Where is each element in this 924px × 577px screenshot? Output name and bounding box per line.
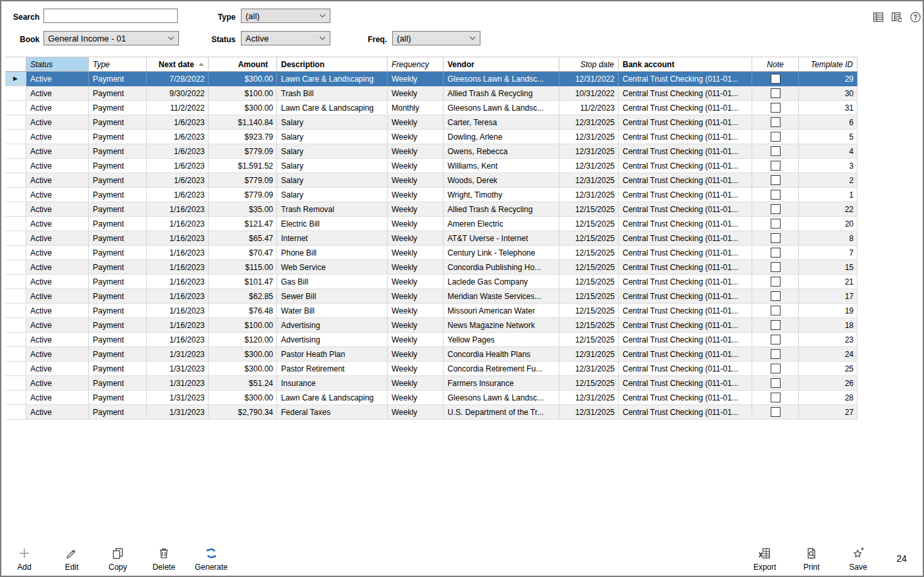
table-row[interactable]: ActivePayment1/31/2023$300.00Lawn Care &… [5, 391, 858, 405]
note-checkbox[interactable] [771, 407, 781, 417]
row-selector-cell[interactable] [5, 144, 26, 159]
note-checkbox[interactable] [771, 190, 781, 200]
note-checkbox[interactable] [771, 146, 781, 156]
row-selector-cell[interactable] [5, 86, 26, 101]
help-icon[interactable]: ? [910, 11, 921, 23]
note-checkbox[interactable] [771, 335, 781, 344]
column-header-frequency[interactable]: Frequency [388, 57, 444, 72]
note-checkbox[interactable] [771, 233, 781, 243]
column-header-note[interactable]: Note [752, 57, 799, 72]
row-selector-cell[interactable] [5, 130, 26, 144]
add-button[interactable]: Add [5, 545, 44, 572]
row-selector-cell[interactable] [5, 217, 26, 231]
status-select[interactable]: Active [241, 31, 330, 45]
type-select[interactable]: (all) [241, 9, 330, 23]
column-header-status[interactable]: Status [26, 57, 89, 72]
row-selector-cell[interactable] [5, 318, 26, 333]
table-row[interactable]: ActivePayment1/6/2023$1,591.52SalaryWeek… [5, 159, 858, 173]
note-checkbox[interactable] [771, 117, 781, 127]
note-checkbox[interactable] [771, 277, 781, 287]
table-row[interactable]: ActivePayment1/6/2023$923.79SalaryWeekly… [5, 130, 858, 144]
generate-button[interactable]: Generate [192, 545, 231, 572]
table-row[interactable]: ActivePayment1/16/2023$76.48Water BillWe… [5, 304, 858, 318]
note-checkbox[interactable] [771, 219, 781, 229]
save-button[interactable]: Save [838, 545, 878, 572]
note-checkbox[interactable] [771, 291, 781, 301]
table-row[interactable]: ActivePayment1/6/2023$779.09SalaryWeekly… [5, 144, 858, 159]
table-row[interactable]: ActivePayment1/31/2023$300.00Pastor Heat… [5, 347, 858, 362]
note-checkbox[interactable] [771, 204, 781, 214]
freq-select[interactable]: (all) [392, 31, 480, 45]
report-refresh-icon[interactable] [891, 11, 903, 23]
delete-button[interactable]: Delete [144, 545, 184, 572]
export-button[interactable]: Export [745, 545, 784, 572]
table-row[interactable]: ActivePayment1/16/2023$121.47Electric Bi… [5, 217, 858, 231]
note-checkbox[interactable] [771, 364, 781, 373]
table-row[interactable]: ActivePayment9/30/2022$100.00Trash BillW… [5, 86, 858, 101]
table-row[interactable]: ActivePayment1/16/2023$120.00Advertising… [5, 333, 858, 347]
table-row[interactable]: ActivePayment1/31/2023$51.24InsuranceWee… [5, 376, 858, 391]
note-checkbox[interactable] [771, 378, 781, 388]
note-checkbox[interactable] [771, 248, 781, 258]
row-selector-cell[interactable] [5, 260, 26, 275]
column-header-amount[interactable]: Amount [209, 57, 277, 72]
row-selector-cell[interactable] [5, 304, 26, 318]
print-button[interactable]: Print [792, 545, 831, 572]
book-select[interactable]: General Income - 01 [43, 31, 179, 45]
row-selector-cell[interactable] [5, 391, 26, 405]
note-checkbox[interactable] [771, 175, 781, 185]
table-row[interactable]: ActivePayment1/31/2023$300.00Pastor Reti… [5, 362, 858, 376]
row-selector-cell[interactable] [5, 101, 26, 115]
table-row[interactable]: ActivePayment11/2/2022$300.00Lawn Care &… [5, 101, 858, 115]
table-row[interactable]: ActivePayment1/16/2023$115.00Web Service… [5, 260, 858, 275]
table-row[interactable]: ActivePayment1/16/2023$101.47Gas BillWee… [5, 275, 858, 289]
report-view-icon[interactable] [873, 11, 885, 23]
note-checkbox[interactable] [771, 306, 781, 316]
row-selector-cell[interactable]: ▶ [5, 72, 26, 86]
row-selector-cell[interactable] [5, 405, 26, 420]
row-selector-cell[interactable] [5, 275, 26, 289]
row-selector-cell[interactable] [5, 347, 26, 362]
row-selector-cell[interactable] [5, 188, 26, 202]
row-selector-cell[interactable] [5, 289, 26, 304]
table-row[interactable]: ActivePayment1/16/2023$62.85Sewer BillWe… [5, 289, 858, 304]
note-checkbox[interactable] [771, 161, 781, 171]
copy-button[interactable]: Copy [98, 545, 138, 572]
table-row[interactable]: ActivePayment1/16/2023$70.47Phone BillWe… [5, 246, 858, 260]
column-header-description[interactable]: Description [277, 57, 388, 72]
note-checkbox[interactable] [771, 132, 781, 142]
column-header-next_date[interactable]: Next date [147, 57, 209, 72]
row-selector-cell[interactable] [5, 231, 26, 246]
note-checkbox[interactable] [771, 74, 781, 84]
note-checkbox[interactable] [771, 262, 781, 272]
edit-button[interactable]: Edit [52, 545, 91, 572]
row-selector-cell[interactable] [5, 115, 26, 130]
row-selector-cell[interactable] [5, 202, 26, 217]
row-selector-cell[interactable] [5, 173, 26, 188]
search-input[interactable] [43, 9, 178, 23]
row-selector-cell[interactable] [5, 376, 26, 391]
table-row[interactable]: ▶ActivePayment7/28/2022$300.00Lawn Care … [5, 72, 858, 86]
note-checkbox[interactable] [771, 349, 781, 359]
table-row[interactable]: ActivePayment1/16/2023$35.00Trash Remova… [5, 202, 858, 217]
column-header-template_id[interactable]: Template ID [799, 57, 858, 72]
row-selector-cell[interactable] [5, 246, 26, 260]
column-header-stop_date[interactable]: Stop date [559, 57, 619, 72]
note-checkbox[interactable] [771, 393, 781, 402]
cell-status: Active [26, 260, 89, 275]
row-selector-cell[interactable] [5, 159, 26, 173]
table-row[interactable]: ActivePayment1/6/2023$779.09SalaryWeekly… [5, 173, 858, 188]
column-header-type[interactable]: Type [89, 57, 147, 72]
column-header-bank_account[interactable]: Bank account [619, 57, 752, 72]
column-header-vendor[interactable]: Vendor [444, 57, 559, 72]
table-row[interactable]: ActivePayment1/6/2023$1,140.84SalaryWeek… [5, 115, 858, 130]
table-row[interactable]: ActivePayment1/16/2023$100.00Advertising… [5, 318, 858, 333]
row-selector-cell[interactable] [5, 333, 26, 347]
note-checkbox[interactable] [771, 103, 781, 113]
table-row[interactable]: ActivePayment1/16/2023$65.47InternetWeek… [5, 231, 858, 246]
note-checkbox[interactable] [771, 320, 781, 330]
row-selector-cell[interactable] [5, 362, 26, 376]
note-checkbox[interactable] [771, 88, 781, 98]
table-row[interactable]: ActivePayment1/6/2023$779.09SalaryWeekly… [5, 188, 858, 202]
table-row[interactable]: ActivePayment1/31/2023$2,790.34Federal T… [5, 405, 858, 420]
